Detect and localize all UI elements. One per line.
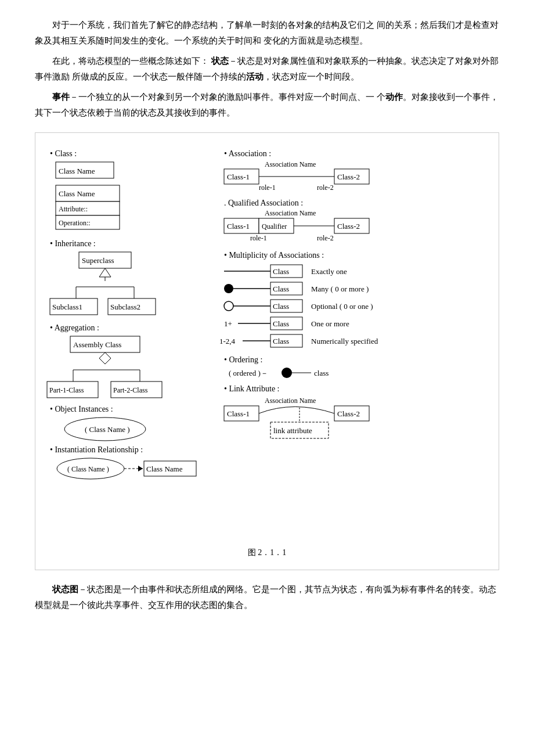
num-spec-symbol: 1-2,4 [219, 337, 236, 345]
qualifier-text: Qualifier [262, 222, 287, 231]
link-attr-label: • Link Attribute : [224, 384, 280, 393]
part1-class-text: Part-1-Class [49, 386, 84, 394]
class-name-top: Class Name [59, 189, 95, 198]
paragraph-1: 对于一个系统，我们首先了解它的静态结构，了解单一时刻的各对象的结构及它们之 间的… [35, 17, 499, 49]
class-ordered: class [314, 369, 329, 377]
inheritance-label: • Inheritance : [50, 239, 96, 248]
exactly-one-text: Exactly one [311, 267, 347, 276]
one-more-text: One or more [311, 319, 349, 328]
many-text: Many ( 0 or more ) [311, 285, 369, 293]
ordering-label: • Ordering : [224, 355, 262, 364]
optional-text: Optional ( 0 or one ) [311, 302, 373, 311]
svg-point-44 [282, 368, 292, 378]
association-label: • Association : [224, 149, 271, 158]
subclass2-text: Subclass2 [110, 303, 140, 311]
link-assoc-name: Association Name [265, 397, 316, 405]
svg-marker-6 [99, 268, 111, 277]
state-diagram-term: 状态图 [52, 585, 78, 594]
uml-diagram-section: • Class : Class Name Class Name Attribut… [35, 132, 499, 570]
svg-point-37 [224, 301, 233, 311]
class-name-simple: Class Name [59, 167, 95, 175]
inst-source-oval: ( Class Name ) [67, 465, 109, 473]
one-plus-symbol: 1+ [224, 319, 232, 328]
paragraph-2: 在此，将动态模型的一些概念陈述如下： 状态－状态是对对象属性值和对象联系的一种抽… [35, 53, 499, 85]
role1-text: role-1 [259, 183, 276, 192]
figure-label: 图 2．1．1 [44, 548, 490, 558]
uml-diagram-svg: • Class : Class Name Class Name Attribut… [44, 145, 503, 539]
assembly-class-text: Assembly Class [73, 340, 121, 349]
class-operation: Operation:: [59, 219, 91, 227]
svg-marker-14 [99, 352, 111, 364]
class-num: Class [273, 337, 289, 345]
num-spec-text: Numerically specified [311, 337, 378, 345]
role1-q-text: role-1 [250, 234, 267, 242]
class-attribute: Attribute:: [59, 205, 88, 213]
part2-class-text: Part-2-Class [113, 386, 148, 394]
inst-target-text: Class Name [146, 465, 183, 473]
object-instances-label: • Object Instances : [50, 405, 113, 413]
subclass1-text: Subclass1 [52, 303, 82, 311]
class2-qualified: Class-2 [337, 222, 360, 231]
paragraph-3: 事件－一个独立的从一个对象到另一个对象的激励叫事件。事件对应一个时间点、一 个动… [35, 89, 499, 121]
class-exact: Class [273, 267, 289, 276]
class2-link: Class-2 [337, 409, 360, 418]
role2-text: role-2 [317, 183, 334, 192]
intro-paragraphs: 对于一个系统，我们首先了解它的静态结构，了解单一时刻的各对象的结构及它们之 间的… [35, 17, 499, 121]
class1-assoc: Class-1 [227, 172, 250, 181]
class-one-more: Class [273, 319, 289, 328]
instantiation-label: • Instantiation Relationship : [50, 445, 143, 454]
class1-link: Class-1 [227, 409, 250, 418]
qualified-assoc-label: . Qualified Association : [224, 199, 303, 207]
role2-q-text: role-2 [317, 234, 334, 242]
assoc-name2-text: Association Name [265, 209, 316, 217]
class-name-oval: ( Class Name ) [85, 425, 130, 434]
superclass-text: Superclass [82, 256, 114, 265]
multiplicity-label: • Multiplicity of Associations : [224, 251, 324, 260]
aggregation-label: • Aggregation : [50, 323, 99, 332]
ordered-text: ( ordered )－ [229, 369, 268, 377]
bottom-paragraph: 状态图－状态图是一个由事件和状态所组成的网络。它是一个图，其节点为状态，有向弧为… [35, 582, 499, 613]
class2-assoc: Class-2 [337, 172, 360, 181]
svg-point-34 [224, 284, 233, 293]
class-optional: Class [273, 302, 289, 311]
link-attr-text: link attribute [273, 426, 312, 435]
class-many: Class [273, 285, 289, 293]
svg-marker-23 [138, 466, 143, 471]
class1-qualified: Class-1 [227, 222, 250, 231]
assoc-name-text: Association Name [265, 160, 316, 168]
class-label: • Class : [50, 149, 77, 158]
